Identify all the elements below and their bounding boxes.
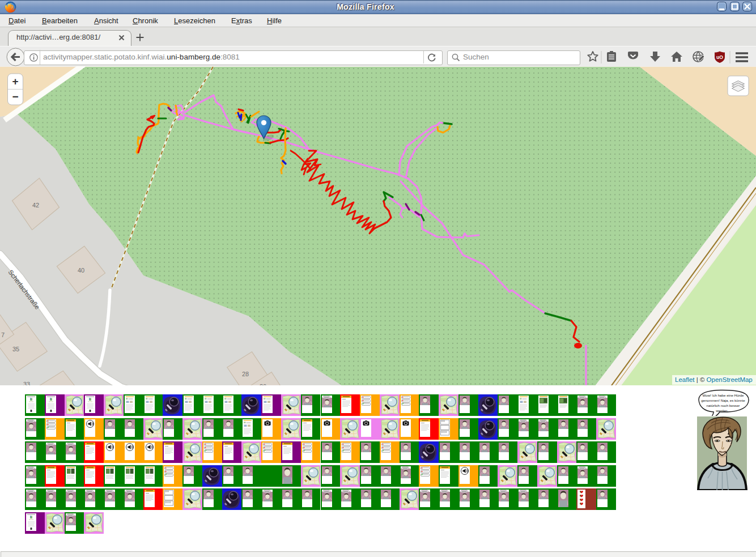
svg-text:−: − <box>12 91 18 103</box>
svg-text:uO: uO <box>716 54 723 60</box>
svg-text:33: 33 <box>23 381 30 385</box>
svg-text:+: + <box>12 75 18 87</box>
svg-text:42: 42 <box>32 202 39 209</box>
svg-text:35: 35 <box>12 346 19 352</box>
svg-text:7: 7 <box>1 331 5 338</box>
svg-text:28: 28 <box>242 371 249 377</box>
svg-text:26: 26 <box>260 383 266 385</box>
svg-text:Leaflet | © OpenStreetMap: Leaflet | © OpenStreetMap <box>675 376 753 383</box>
svg-text:40: 40 <box>78 267 84 274</box>
